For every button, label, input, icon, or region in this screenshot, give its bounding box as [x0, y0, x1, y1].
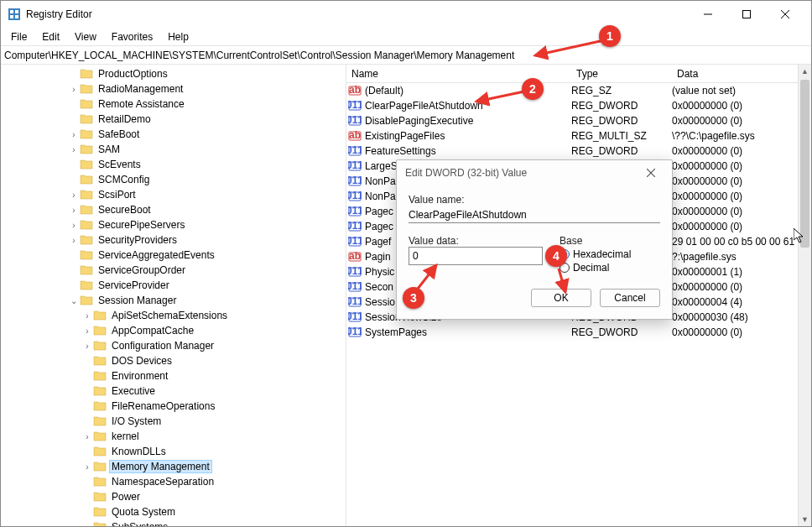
menu-view[interactable]: View — [68, 29, 103, 44]
dialog-close-button[interactable] — [638, 160, 664, 185]
tree-item[interactable]: ›SecurityProviders — [1, 232, 346, 248]
folder-icon — [93, 339, 107, 352]
tree-item-label: ServiceGroupOrder — [96, 264, 187, 276]
radio-decimal[interactable]: Decimal — [560, 262, 660, 274]
chevron-right-icon[interactable]: › — [68, 130, 80, 139]
chevron-right-icon[interactable]: › — [68, 206, 80, 215]
tree-item[interactable]: ServiceAggregatedEvents — [1, 248, 346, 263]
tree-item[interactable]: ›kernel — [1, 429, 346, 444]
scroll-down-button[interactable]: ▼ — [799, 513, 811, 526]
tree-item[interactable]: RetailDemo — [1, 112, 346, 127]
tree-item[interactable]: Environment — [1, 368, 346, 384]
tree-item[interactable]: SCMConfig — [1, 172, 346, 187]
tree-item[interactable]: ›Memory Management — [1, 459, 346, 474]
tree-item[interactable]: Remote Assistance — [1, 97, 346, 112]
menu-edit[interactable]: Edit — [35, 29, 66, 44]
tree-item[interactable]: ›SecureBoot — [1, 202, 346, 217]
folder-icon — [80, 264, 93, 277]
value-name-field[interactable] — [409, 207, 660, 223]
tree-item[interactable]: ›AppCompatCache — [1, 323, 346, 338]
value-data: 0x00000004 (4) — [672, 296, 811, 308]
list-row[interactable]: abExistingPageFilesREG_MULTI_SZ\??\C:\pa… — [346, 128, 811, 143]
list-row[interactable]: 011FeatureSettingsREG_DWORD0x00000000 (0… — [346, 143, 811, 159]
tree-item[interactable]: ›SafeBoot — [1, 127, 346, 142]
value-type: REG_DWORD — [571, 115, 672, 127]
tree-item[interactable]: ServiceProvider — [1, 278, 346, 293]
dialog-title: Edit DWORD (32-bit) Value — [405, 167, 527, 179]
value-data-field[interactable] — [409, 247, 543, 265]
tree-item[interactable]: ›SecurePipeServers — [1, 217, 346, 232]
list-header[interactable]: Name Type Data — [346, 65, 811, 83]
folder-icon — [80, 97, 93, 111]
tree-item[interactable]: ServiceGroupOrder — [1, 263, 346, 278]
folder-icon — [93, 354, 107, 368]
tree-item[interactable]: Executive — [1, 384, 346, 399]
folder-icon — [80, 173, 93, 186]
tree-item-label: ServiceAggregatedEvents — [96, 249, 216, 261]
tree-item-label: Remote Assistance — [96, 98, 186, 110]
tree-item[interactable]: DOS Devices — [1, 353, 346, 368]
folder-icon — [80, 112, 93, 126]
value-data: 0x00000000 (0) — [672, 281, 811, 293]
chevron-right-icon[interactable]: › — [68, 145, 80, 154]
tree-item[interactable]: NamespaceSeparation — [1, 474, 346, 489]
list-row[interactable]: 011DisablePagingExecutiveREG_DWORD0x0000… — [346, 113, 811, 128]
tree-item[interactable]: Power — [1, 489, 346, 504]
menu-help[interactable]: Help — [161, 29, 195, 44]
cancel-button[interactable]: Cancel — [600, 289, 660, 307]
value-data: 0x00000000 (0) — [672, 206, 811, 217]
tree-item[interactable]: ›SAM — [1, 142, 346, 157]
tree-view[interactable]: ProductOptions›RadioManagementRemote Ass… — [1, 65, 346, 526]
close-button[interactable] — [766, 2, 804, 27]
tree-item[interactable]: KnownDLLs — [1, 444, 346, 459]
tree-item[interactable]: ⌄Session Manager — [1, 293, 346, 308]
tree-item[interactable]: ›RadioManagement — [1, 81, 346, 97]
maximize-button[interactable] — [727, 2, 766, 27]
value-data: \??\C:\pagefile.sys — [672, 130, 811, 142]
menu-favorites[interactable]: Favorites — [105, 29, 159, 44]
chevron-right-icon[interactable]: › — [81, 311, 93, 321]
radio-hexadecimal[interactable]: Hexadecimal — [560, 248, 660, 260]
value-data: 0x00000000 (0) — [672, 100, 811, 112]
list-row[interactable]: 011SystemPagesREG_DWORD0x00000000 (0) — [346, 325, 811, 340]
address-bar[interactable]: Computer\HKEY_LOCAL_MACHINE\SYSTEM\Curre… — [1, 46, 811, 65]
chevron-right-icon[interactable]: › — [68, 236, 80, 245]
dword-value-icon: 011 — [346, 159, 363, 173]
svg-text:011: 011 — [348, 235, 362, 247]
tree-item[interactable]: I/O System — [1, 414, 346, 429]
col-header-data[interactable]: Data — [672, 66, 811, 81]
tree-item[interactable]: ›Configuration Manager — [1, 338, 346, 353]
chevron-right-icon[interactable]: › — [81, 432, 93, 441]
chevron-right-icon[interactable]: › — [68, 221, 80, 230]
dialog-titlebar[interactable]: Edit DWORD (32-bit) Value — [397, 160, 672, 185]
tree-item[interactable]: ›ApiSetSchemaExtensions — [1, 308, 346, 323]
tree-item[interactable]: SubSystems — [1, 519, 346, 526]
chevron-right-icon[interactable]: › — [81, 462, 93, 472]
tree-item[interactable]: FileRenameOperations — [1, 399, 346, 414]
menu-file[interactable]: File — [4, 29, 34, 44]
edit-dword-dialog[interactable]: Edit DWORD (32-bit) Value Value name: Va… — [396, 159, 673, 320]
chevron-right-icon[interactable]: › — [81, 326, 93, 336]
chevron-right-icon[interactable]: › — [68, 190, 80, 200]
tree-item[interactable]: ProductOptions — [1, 66, 346, 81]
chevron-right-icon[interactable]: › — [68, 85, 80, 94]
minimize-button[interactable] — [689, 2, 727, 27]
folder-icon — [80, 203, 93, 217]
chevron-right-icon[interactable]: › — [81, 342, 93, 351]
list-row[interactable]: ab(Default)REG_SZ(value not set) — [346, 83, 811, 98]
col-header-type[interactable]: Type — [571, 66, 672, 81]
tree-item[interactable]: ›ScsiPort — [1, 187, 346, 202]
value-type: REG_DWORD — [571, 145, 672, 157]
list-row[interactable]: 011ClearPageFileAtShutdownREG_DWORD0x000… — [346, 98, 811, 113]
folder-icon — [93, 384, 107, 398]
tree-item[interactable]: Quota System — [1, 504, 346, 519]
tree-item-label: Quota System — [110, 506, 177, 518]
scroll-up-button[interactable]: ▲ — [799, 65, 811, 78]
ok-button[interactable]: OK — [531, 289, 591, 307]
chevron-down-icon[interactable]: ⌄ — [68, 296, 80, 305]
scroll-thumb[interactable] — [800, 80, 809, 248]
tree-item[interactable]: ScEvents — [1, 157, 346, 172]
titlebar[interactable]: Registry Editor — [1, 1, 811, 28]
folder-icon — [93, 490, 107, 504]
list-scrollbar[interactable]: ▲ ▼ — [798, 65, 811, 526]
